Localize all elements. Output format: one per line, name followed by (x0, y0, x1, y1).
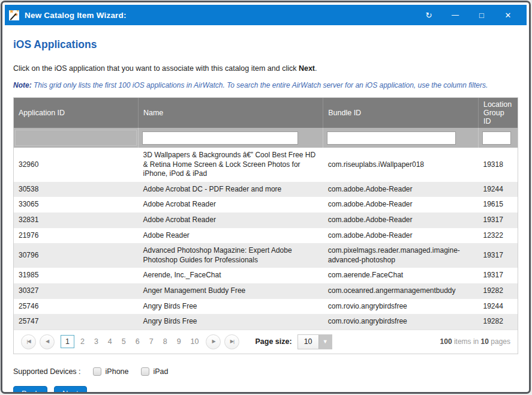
back-button[interactable]: Back (13, 386, 47, 394)
ipad-checkbox-label: iPad (154, 367, 169, 376)
column-header-application-id[interactable]: Application ID (14, 98, 138, 128)
application-id-cell: 32831 (14, 213, 138, 228)
location-group-id-filter-input[interactable] (482, 131, 511, 145)
bundle-id-cell: com.adobe.Adobe-Reader (323, 197, 479, 213)
supported-devices-row: Supported Devices : iPhone iPad (13, 367, 518, 376)
pages-text: pages (489, 337, 510, 346)
bundle-id-cell: com.rovio.angrybirdsfree (323, 314, 479, 330)
application-id-cell: 21976 (14, 228, 138, 244)
location-group-id-cell: 19244 (478, 182, 518, 198)
location-group-id-cell: 19317 (478, 213, 518, 228)
location-group-id-cell: 19282 (478, 314, 518, 330)
table-row[interactable]: 25747 Angry Birds Free com.rovio.angrybi… (14, 314, 518, 330)
page-size-value: 10 (298, 335, 318, 349)
close-icon[interactable]: ✕ (504, 11, 512, 19)
applications-grid: Application ID Name Bundle ID Location G… (13, 97, 518, 354)
table-row[interactable]: 33065 Adobe Acrobat Reader com.adobe.Ado… (14, 197, 518, 213)
page-size-dropdown[interactable]: 10 ▼ (297, 334, 332, 349)
name-cell: Angry Birds Free (138, 299, 323, 315)
wizard-content: iOS Applications Click on the iOS applic… (5, 25, 527, 394)
wizard-window: ★ ★ ★ New Catalog Item Wizard: ↻ — □ ✕ i… (1, 1, 531, 394)
note-label: Note: (13, 81, 32, 89)
minimize-icon[interactable]: — (451, 11, 459, 19)
table-row[interactable]: 31985 Aerende, Inc._FaceChat com.aerende… (14, 268, 518, 283)
name-cell: Adobe Acrobat DC - PDF Reader and more (138, 182, 323, 198)
page-number[interactable]: 6 (131, 336, 145, 348)
application-id-cell: 33065 (14, 197, 138, 213)
page-size-label: Page size: (255, 337, 291, 346)
name-cell: Angry Birds Free (138, 314, 323, 330)
application-id-cell: 30327 (14, 283, 138, 299)
location-group-id-cell: 19282 (478, 283, 518, 299)
items-text: items in (452, 337, 481, 346)
bundle-id-cell: com.adobe.Adobe-Reader (323, 228, 479, 244)
previous-page-button[interactable]: ◀ (40, 334, 55, 349)
page-number[interactable]: 10 (186, 336, 204, 348)
pages-count: 10 (481, 337, 489, 346)
table-row[interactable]: 32831 Adobe Acrobat Reader com.adobe.Ado… (14, 213, 518, 228)
chevron-down-icon[interactable]: ▼ (318, 335, 332, 349)
page-number[interactable]: 2 (76, 336, 89, 348)
filter-row (14, 128, 518, 148)
last-page-button[interactable]: ▶| (224, 334, 239, 349)
page-number-current[interactable]: 1 (61, 335, 74, 348)
applications-table: Application ID Name Bundle ID Location G… (14, 98, 518, 330)
location-group-id-cell: 19318 (478, 148, 518, 182)
page-size-control: Page size: 10 ▼ (255, 334, 332, 349)
name-cell: Adobe Reader (138, 228, 323, 244)
name-cell: Anger Management Buddy Free (138, 283, 323, 299)
instruction-suffix: . (315, 64, 317, 73)
application-id-cell: 25747 (14, 314, 138, 330)
bundle-id-cell: com.rovio.angrybirdsfree (323, 299, 479, 315)
table-row[interactable]: 25746 Angry Birds Free com.rovio.angrybi… (14, 299, 518, 315)
table-row[interactable]: 32960 3D Wallpapers & Backgrounds â€” Co… (14, 148, 518, 182)
note-body: This grid only lists the first 100 iOS a… (32, 81, 488, 89)
application-id-cell: 25746 (14, 299, 138, 315)
page-number[interactable]: 8 (158, 336, 172, 348)
first-page-button[interactable]: |◀ (21, 334, 36, 349)
titlebar: ★ ★ ★ New Catalog Item Wizard: ↻ — □ ✕ (5, 5, 527, 25)
iphone-checkbox-label: iPhone (106, 367, 129, 376)
name-filter-input[interactable] (142, 131, 298, 145)
bundle-id-cell: com.adobe.Adobe-Reader (323, 182, 479, 198)
page-numbers: 1 2 3 4 5 6 7 8 9 10 (61, 335, 203, 348)
name-cell: Aerende, Inc._FaceChat (138, 268, 323, 283)
location-group-id-cell: 19317 (478, 268, 518, 283)
column-header-name[interactable]: Name (138, 98, 323, 128)
next-page-button[interactable]: ▶ (206, 334, 221, 349)
table-row[interactable]: 30796 Advanced Photoshop Magazine: Exper… (14, 243, 518, 268)
header-row: Application ID Name Bundle ID Location G… (14, 98, 518, 128)
instruction-next-emphasis: Next (299, 64, 315, 73)
application-id-cell: 30796 (14, 243, 138, 268)
page-number[interactable]: 7 (145, 336, 158, 348)
bundle-id-cell: com.riseuplabs.iWallpaper018 (323, 148, 479, 182)
page-number[interactable]: 4 (103, 336, 117, 348)
instruction-text: Click on the iOS application that you wa… (13, 64, 518, 73)
ipad-checkbox[interactable] (141, 367, 149, 376)
name-cell: Adobe Acrobat Reader (138, 197, 323, 213)
column-header-bundle-id[interactable]: Bundle ID (323, 98, 479, 128)
page-number[interactable]: 3 (89, 336, 103, 348)
location-group-id-cell: 19317 (478, 243, 518, 268)
items-count: 100 (440, 337, 452, 346)
instruction-prefix: Click on the iOS application that you wa… (13, 64, 299, 73)
name-cell: Advanced Photoshop Magazine: Expert Adob… (138, 243, 323, 268)
table-row[interactable]: 30538 Adobe Acrobat DC - PDF Reader and … (14, 182, 518, 198)
bundle-id-filter-input[interactable] (327, 131, 456, 145)
page-number[interactable]: 9 (172, 336, 186, 348)
maximize-icon[interactable]: □ (477, 11, 486, 19)
bundle-id-cell: com.pixelmags.reader.managed.imagine-adv… (323, 243, 479, 268)
column-header-location-group-id[interactable]: Location Group ID (478, 98, 518, 128)
application-id-cell: 32960 (14, 148, 138, 182)
bundle-id-cell: com.aerende.FaceChat (323, 268, 479, 283)
table-row[interactable]: 21976 Adobe Reader com.adobe.Adobe-Reade… (14, 228, 518, 244)
pager: |◀ ◀ 1 2 3 4 5 6 7 8 9 10 ▶ ▶| Page si (14, 330, 518, 354)
table-row[interactable]: 30327 Anger Management Buddy Free com.oc… (14, 283, 518, 299)
name-cell: Adobe Acrobat Reader (138, 213, 323, 228)
name-cell: 3D Wallpapers & Backgrounds â€” Cool Bes… (138, 148, 323, 182)
page-number[interactable]: 5 (117, 336, 131, 348)
iphone-checkbox[interactable] (93, 367, 101, 376)
next-button[interactable]: Next (54, 386, 87, 394)
location-group-id-cell: 19615 (478, 197, 518, 213)
refresh-icon[interactable]: ↻ (425, 11, 433, 19)
